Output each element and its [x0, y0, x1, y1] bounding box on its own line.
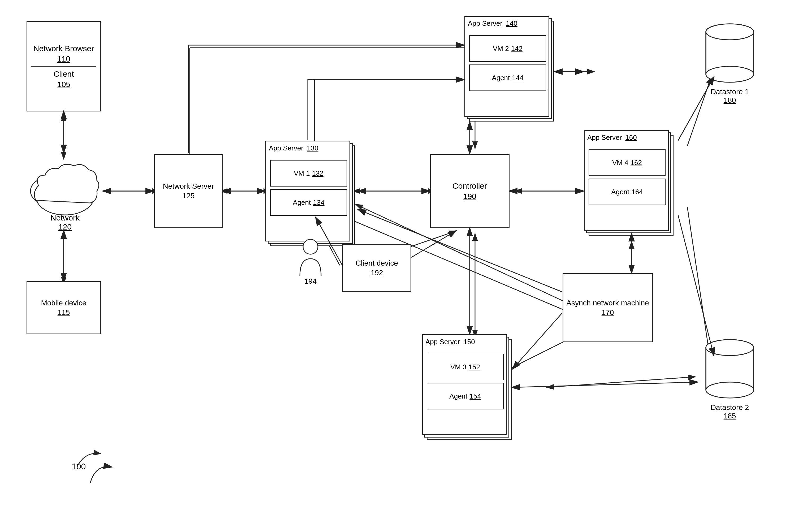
as150-label: App Server [426, 338, 460, 346]
as140-vm-label: VM 2 [493, 44, 509, 53]
svg-point-36 [706, 66, 754, 82]
network-cloud: Network 120 [26, 154, 103, 231]
as130-agent-label: Agent [293, 198, 311, 207]
as160-agent-id: 164 [631, 188, 643, 196]
as140-agent-id: 144 [512, 74, 523, 82]
as140-vm-id: 142 [511, 44, 523, 53]
controller-label: Controller [452, 181, 487, 191]
as150-agent-id: 154 [470, 392, 481, 400]
diagram: Network Browser 110 Client 105 Network 1… [0, 0, 794, 532]
client-id: 105 [57, 79, 70, 90]
client-device-node: Client device 192 [342, 244, 411, 292]
client-device-id: 192 [371, 268, 383, 278]
as160-id: 160 [625, 133, 637, 141]
mobile-id: 115 [58, 308, 70, 317]
as160-agent-label: Agent [611, 188, 629, 196]
controller-id: 190 [463, 191, 476, 202]
mobile-node: Mobile device 115 [26, 281, 101, 334]
as130-vm-label: VM 1 [294, 169, 310, 177]
datastore1-label: Datastore 1 [711, 88, 749, 96]
client-device-label: Client device [356, 259, 398, 268]
network-server-node: Network Server 125 [154, 154, 223, 228]
as150-vm-label: VM 3 [450, 363, 467, 371]
user-icon: 194 [292, 239, 329, 292]
asynch-node: Asynch network machine 170 [563, 273, 653, 342]
network-server-id: 125 [182, 191, 195, 201]
mobile-label: Mobile device [41, 298, 86, 308]
as150-agent-label: Agent [449, 392, 467, 400]
as150-vm-id: 152 [469, 363, 480, 371]
datastore2-id: 185 [724, 412, 736, 420]
client-node: Network Browser 110 Client 105 [26, 21, 101, 111]
as140-id: 140 [506, 19, 517, 27]
diagram-id-label: 100 [72, 462, 86, 472]
as140-agent-label: Agent [492, 74, 510, 82]
client-browser-id: 110 [57, 54, 70, 64]
datastore2-label: Datastore 2 [711, 403, 749, 412]
datastore2-node: Datastore 2 185 [698, 337, 762, 433]
as130-agent-id: 134 [313, 198, 324, 207]
network-id: 120 [58, 222, 72, 231]
client-browser-label: Network Browser [34, 43, 94, 54]
controller-node: Controller 190 [430, 154, 510, 228]
asynch-id: 170 [602, 308, 614, 317]
svg-line-20 [547, 377, 695, 387]
svg-point-42 [706, 382, 754, 398]
asynch-label: Asynch network machine [566, 298, 649, 308]
client-label: Client [54, 69, 74, 79]
as150-id: 150 [464, 338, 475, 346]
as160-vm-label: VM 4 [612, 159, 628, 167]
as160-vm-id: 162 [630, 159, 642, 167]
user-icon-id: 194 [304, 277, 317, 285]
datastore1-id: 180 [724, 96, 736, 104]
datastore1-node: Datastore 1 180 [698, 21, 762, 117]
network-server-label: Network Server [163, 182, 214, 191]
as130-label: App Server [269, 144, 303, 152]
as140-label: App Server [468, 19, 502, 27]
svg-point-44 [303, 239, 318, 254]
as160-label: App Server [587, 133, 622, 141]
diagram-label: 100 [69, 446, 122, 473]
as130-vm-id: 132 [312, 169, 323, 177]
svg-point-37 [706, 24, 754, 40]
as130-id: 130 [307, 144, 318, 152]
svg-point-43 [706, 340, 754, 356]
